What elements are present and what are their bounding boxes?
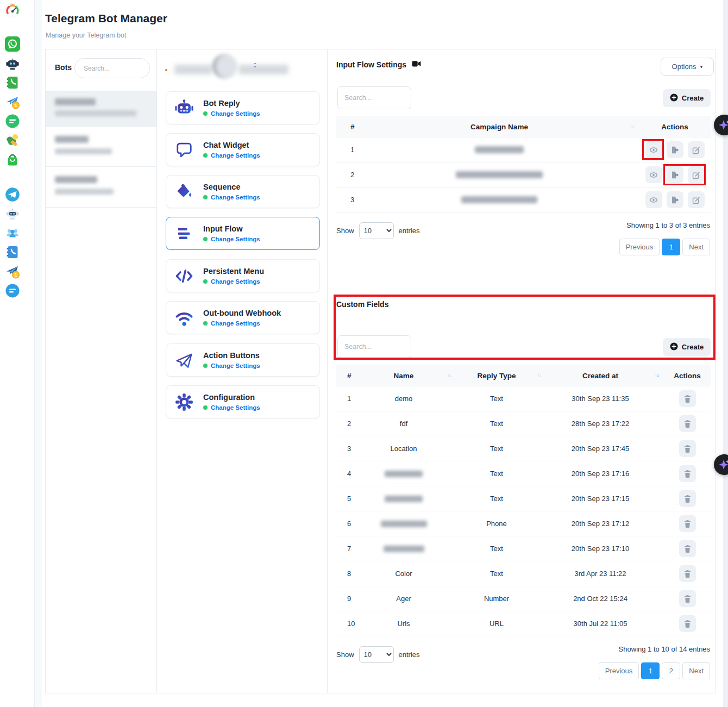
table-row: 6 Phone 20th Sep 23 17:12: [336, 511, 711, 536]
trash-icon: [683, 420, 692, 428]
custom-fields-create-button[interactable]: Create: [663, 338, 711, 356]
settings-card-bot-reply[interactable]: Bot Reply Change Settings: [166, 91, 320, 124]
pagination-previous[interactable]: Previous: [619, 239, 660, 255]
settings-card-chat-widget[interactable]: Chat Widget Change Settings: [166, 133, 320, 166]
settings-card-persistent-menu[interactable]: Persistent Menu Change Settings: [166, 259, 320, 292]
change-settings-link[interactable]: Change Settings: [203, 110, 260, 117]
delete-button[interactable]: [679, 590, 696, 607]
row-number: 8: [336, 570, 360, 578]
telegram-group-icon[interactable]: [5, 225, 20, 240]
view-button[interactable]: [645, 141, 662, 158]
created-at: 20th Sep 23 17:10: [546, 545, 655, 553]
settings-card-configuration[interactable]: Configuration Change Settings: [166, 385, 320, 418]
row-number: 2: [336, 171, 369, 179]
actions-cell: [638, 166, 711, 183]
speed-test-icon[interactable]: [5, 3, 20, 18]
export-button[interactable]: [667, 141, 683, 158]
video-camera-icon[interactable]: [412, 60, 421, 69]
scrollbar-track[interactable]: [723, 0, 728, 707]
field-name: demo: [360, 395, 447, 403]
trash-icon: [683, 595, 692, 603]
sort-icon-desc[interactable]: ↑↓: [655, 373, 663, 378]
telegram-icon[interactable]: [5, 187, 20, 202]
edit-button[interactable]: [688, 191, 705, 208]
table-row: 10 Urls URL 30th Jul 22 11:05: [336, 611, 711, 636]
shop-icon[interactable]: [5, 153, 20, 168]
pagination-next[interactable]: Next: [682, 662, 710, 679]
field-name: fdf: [360, 420, 447, 428]
assistant-fab[interactable]: [714, 454, 728, 475]
field-name: Color: [360, 570, 447, 578]
delete-button[interactable]: [679, 465, 696, 482]
custom-fields-search-input[interactable]: [337, 335, 411, 358]
settings-card-title: Chat Widget: [203, 141, 260, 149]
column-header-reply-type[interactable]: Reply Type: [456, 372, 537, 380]
chatbot-icon[interactable]: [5, 56, 20, 71]
input-flow-create-button[interactable]: Create: [663, 89, 711, 107]
whatsapp-icon[interactable]: [5, 36, 20, 52]
bot-list-item[interactable]: [46, 92, 156, 127]
field-name-redacted: [360, 546, 447, 552]
export-button[interactable]: [667, 166, 683, 183]
profile-colon: :: [254, 60, 256, 69]
sort-icon[interactable]: ↑↓: [537, 373, 546, 378]
column-header-num[interactable]: #: [336, 372, 360, 380]
telegram-sender-icon[interactable]: 1: [5, 264, 20, 279]
row-number: 3: [336, 196, 369, 204]
page-size-select[interactable]: 10: [359, 646, 394, 663]
bot-list-item[interactable]: [46, 167, 156, 208]
pagination-page-1[interactable]: 1: [662, 239, 680, 255]
delete-button[interactable]: [679, 540, 696, 557]
settings-card-title: Action Buttons: [203, 351, 260, 360]
pagination-previous[interactable]: Previous: [599, 662, 639, 679]
telegram-contacts-icon[interactable]: [5, 245, 20, 260]
change-settings-link[interactable]: Change Settings: [203, 152, 260, 159]
change-settings-link[interactable]: Change Settings: [203, 404, 260, 411]
change-settings-link[interactable]: Change Settings: [203, 320, 281, 327]
settings-card-outbound-webhook[interactable]: Out-bound Webhook Change Settings: [166, 301, 320, 334]
export-button[interactable]: [667, 191, 683, 208]
sort-icon[interactable]: ↑↓: [630, 124, 638, 129]
edit-button[interactable]: [688, 141, 705, 158]
table-row: 3: [336, 187, 711, 212]
change-settings-link[interactable]: Change Settings: [203, 362, 260, 369]
column-header-name[interactable]: Name: [360, 372, 447, 380]
telegram-bot-icon[interactable]: [5, 206, 20, 221]
edit-button[interactable]: [688, 166, 705, 183]
column-header-campaign[interactable]: Campaign Name: [369, 123, 630, 131]
telegram-marketing-icon[interactable]: 1: [5, 94, 20, 109]
bot-list-item[interactable]: [46, 127, 156, 167]
change-settings-link[interactable]: Change Settings: [203, 278, 264, 285]
settings-card-sequence[interactable]: Sequence Change Settings: [166, 175, 320, 208]
settings-card-action-buttons[interactable]: Action Buttons Change Settings: [166, 343, 320, 377]
page-size-select[interactable]: 10: [359, 222, 394, 239]
telegram-sms-icon[interactable]: [5, 283, 20, 298]
delete-button[interactable]: [679, 565, 696, 582]
delete-button[interactable]: [679, 390, 696, 407]
assistant-fab[interactable]: [714, 115, 728, 135]
delete-button[interactable]: [679, 440, 696, 457]
options-button[interactable]: Options ▾: [661, 58, 714, 76]
contacts-green-icon[interactable]: [5, 75, 20, 90]
sms-green-icon[interactable]: [5, 114, 20, 129]
column-header-created-at[interactable]: Created at: [546, 372, 655, 380]
delete-button[interactable]: [679, 415, 696, 432]
change-settings-link[interactable]: Change Settings: [203, 236, 260, 242]
view-button[interactable]: [645, 191, 662, 208]
settings-card-input-flow[interactable]: Input Flow Change Settings: [166, 217, 320, 250]
pagination-page-1[interactable]: 1: [641, 662, 660, 679]
view-button[interactable]: [645, 166, 662, 183]
pagination-page-2[interactable]: 2: [662, 662, 680, 679]
change-settings-link[interactable]: Change Settings: [203, 194, 260, 201]
show-label: Show: [336, 227, 354, 235]
redacted-bot-username: [55, 148, 112, 154]
delete-button[interactable]: [679, 490, 696, 507]
integration-icon[interactable]: [5, 133, 20, 148]
bots-search-input[interactable]: [74, 58, 150, 78]
sort-icon[interactable]: ↑↓: [447, 373, 456, 378]
delete-button[interactable]: [679, 515, 696, 532]
delete-button[interactable]: [679, 615, 696, 632]
input-flow-search-input[interactable]: [337, 86, 411, 109]
column-header-num[interactable]: #: [336, 123, 369, 131]
pagination-next[interactable]: Next: [682, 239, 710, 255]
